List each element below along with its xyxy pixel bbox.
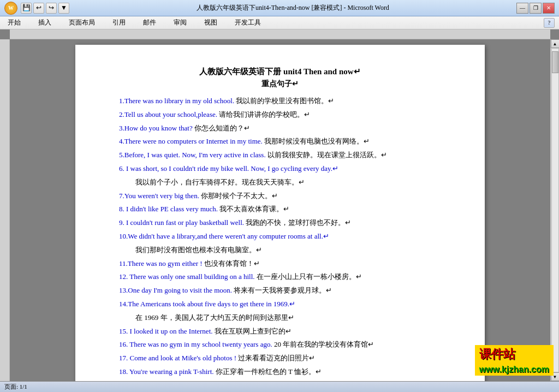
watermark: 课件站 www.kjzhan.com xyxy=(475,345,554,376)
undo-icon[interactable]: ↩ xyxy=(33,3,44,14)
sentence-3: 3.How do you know that? 你怎么知道的？↵ xyxy=(119,123,441,134)
help-icon[interactable]: ? xyxy=(544,18,555,28)
window-title: 人教版六年级英语下unit4-Then-and-now [兼容模式] - Mic… xyxy=(69,3,516,13)
main-area: 人教版六年级英语下册 unit4 Then and now↵ 重点句子↵ 1.T… xyxy=(0,39,559,381)
sentence-7: 7.You weren't very big then. 你那时候个子不太大。↵ xyxy=(119,191,441,202)
page-number: 页面: 1/1 xyxy=(4,383,27,391)
tab-references[interactable]: 引用 xyxy=(109,17,129,28)
document-subtitle: 重点句子↵ xyxy=(119,79,441,89)
left-ruler xyxy=(0,39,10,381)
document-title: 人教版六年级英语下册 unit4 Then and now↵ xyxy=(119,67,441,77)
top-ruler xyxy=(10,29,550,39)
tab-home[interactable]: 开始 xyxy=(4,17,24,28)
sentence-1: 1.There was no library in my old school.… xyxy=(119,96,441,107)
sentence-16: 16. There was no gym in my school twenty… xyxy=(119,339,441,351)
close-button[interactable]: ✕ xyxy=(543,3,555,14)
vertical-scrollbar[interactable]: ▲ ▼ xyxy=(550,39,559,381)
tab-view[interactable]: 视图 xyxy=(201,17,221,28)
sentence-11: 11.There was no gym either ! 也没有体育馆！↵ xyxy=(119,258,441,270)
sentence-4: 4.There were no computers or Internet in… xyxy=(119,136,441,147)
tab-review[interactable]: 审阅 xyxy=(170,17,190,28)
sentence-2: 2.Tell us about your school,please. 请给我们… xyxy=(119,109,441,121)
office-button[interactable]: W xyxy=(4,2,17,15)
status-bar: 页面: 1/1 xyxy=(0,381,559,392)
page: 人教版六年级英语下册 unit4 Then and now↵ 重点句子↵ 1.T… xyxy=(75,45,485,381)
sentence-13: 13.One day I'm going to visit the moon. … xyxy=(119,285,441,296)
sentence-15: 15. I looked it up on the Internet. 我在互联… xyxy=(119,326,441,337)
sentence-5: 5.Before, I was quiet. Now, I'm very act… xyxy=(119,150,441,161)
scroll-up-button[interactable]: ▲ xyxy=(551,39,560,48)
sentence-17: 17. Come and look at Mike's old photos !… xyxy=(119,353,441,364)
window-controls: — ❐ ✕ xyxy=(516,3,555,14)
tab-mailings[interactable]: 邮件 xyxy=(140,17,159,28)
title-bar: W 💾 ↩ ↪ ▼ 人教版六年级英语下unit4-Then-and-now [兼… xyxy=(0,0,559,16)
scroll-thumb[interactable] xyxy=(552,51,558,73)
document-area[interactable]: 人教版六年级英语下册 unit4 Then and now↵ 重点句子↵ 1.T… xyxy=(10,39,550,381)
tab-pagelayout[interactable]: 页面布局 xyxy=(66,17,98,28)
sentence-18: 18. You're wearing a pink T-shirt. 你正穿着一… xyxy=(119,366,441,378)
sentence-10-zh: 我们那时没有图馆也根本没有电脑室。↵ xyxy=(135,245,441,256)
scroll-track[interactable] xyxy=(551,48,559,372)
tab-developer[interactable]: 开发工具 xyxy=(231,17,264,28)
ribbon: 开始 插入 页面布局 引用 邮件 审阅 视图 开发工具 ? xyxy=(0,16,559,29)
restore-button[interactable]: ❐ xyxy=(530,3,542,14)
sentence-14-zh: 在 1969 年，美国人花了大约五天的时间到达那里↵ xyxy=(135,312,441,324)
save-icon[interactable]: 💾 xyxy=(21,3,32,14)
sentence-14: 14.The Americans took about five days to… xyxy=(119,299,441,310)
watermark-bottom: www.kjzhan.com xyxy=(475,364,554,376)
sentence-6-zh: 我以前个子小，自行车骑得不好。现在我天天骑车。↵ xyxy=(135,177,441,188)
quick-access-toolbar: 💾 ↩ ↪ ▼ xyxy=(21,3,69,14)
sentence-6: 6. I was short, so I couldn't ride my bi… xyxy=(119,163,441,175)
sentence-12: 12. There was only one small building on… xyxy=(119,271,441,283)
sentence-10: 10.We didn't have a library,and there we… xyxy=(119,231,441,242)
watermark-top: 课件站 xyxy=(475,345,554,364)
sentence-19: 19. We are all different now. 现在我们都和以前不一… xyxy=(119,380,441,381)
tab-insert[interactable]: 插入 xyxy=(35,17,55,28)
redo-icon[interactable]: ↪ xyxy=(46,3,57,14)
sentence-9: 9. I couldn't run fast or play basketbal… xyxy=(119,217,441,229)
minimize-button[interactable]: — xyxy=(516,3,528,14)
sentence-8: 8. I didn't like PE class very much. 我不太… xyxy=(119,204,441,215)
customize-icon[interactable]: ▼ xyxy=(58,3,69,14)
